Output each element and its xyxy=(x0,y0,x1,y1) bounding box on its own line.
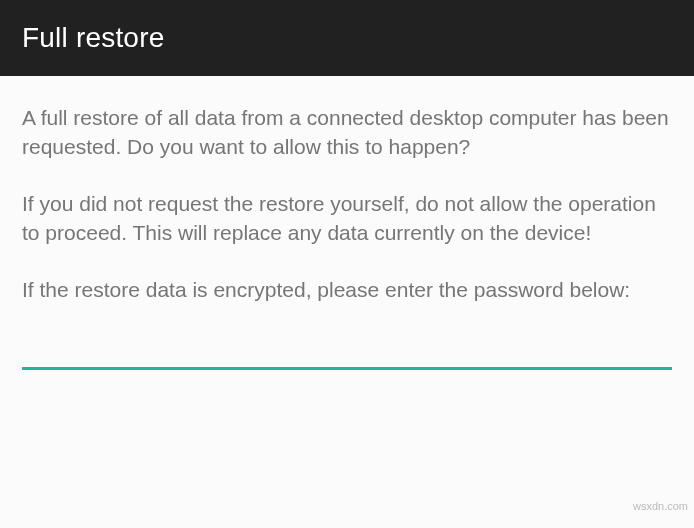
password-input[interactable] xyxy=(22,325,672,370)
dialog-content: A full restore of all data from a connec… xyxy=(0,76,694,305)
restore-request-text: A full restore of all data from a connec… xyxy=(22,104,672,162)
password-input-container xyxy=(0,305,694,370)
page-title: Full restore xyxy=(22,22,164,54)
restore-warning-text: If you did not request the restore yours… xyxy=(22,190,672,248)
password-prompt-text: If the restore data is encrypted, please… xyxy=(22,276,672,305)
action-bar: Full restore xyxy=(0,0,694,76)
watermark-text: wsxdn.com xyxy=(633,500,688,512)
